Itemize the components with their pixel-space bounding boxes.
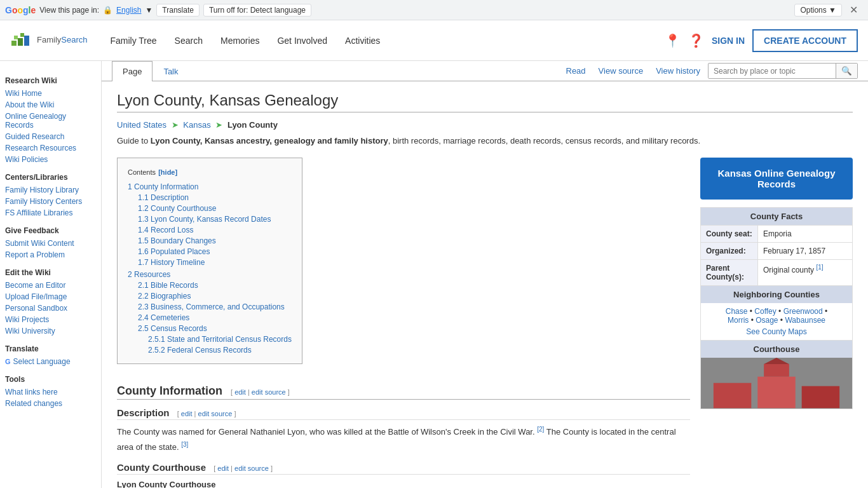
sidebar: Research Wiki Wiki Home About the Wiki O… [0,61,102,488]
sidebar-item-related-changes[interactable]: Related changes [5,398,96,409]
logo-family: Family [37,35,61,44]
toc-item-2-3[interactable]: 2.3 Business, Commerce, and Occupations [138,302,285,311]
breadcrumb-kansas[interactable]: Kansas [183,120,210,130]
toc-item-2-5-1[interactable]: 2.5.1 State and Territorial Census Recor… [148,335,292,344]
tab-page[interactable]: Page [112,61,153,81]
sidebar-item-upload-file[interactable]: Upload File/Image [5,291,96,302]
svg-rect-8 [802,386,839,409]
location-icon[interactable]: 📍 [665,33,681,48]
parent-county-row: Parent County(s): Original county [1] [701,259,852,285]
toc-item-1-2[interactable]: 1.2 County Courthouse [138,204,216,213]
wiki-search-input[interactable] [709,64,836,78]
intro-bold: Lyon County, Kansas ancestry, genealogy … [151,136,388,146]
select-language-link[interactable]: Select Language [13,356,71,367]
morris-link[interactable]: Morris [728,316,749,325]
breadcrumb-us[interactable]: United States [117,120,166,130]
toc-item-2-5[interactable]: 2.5 Census Records [138,324,207,333]
sidebar-item-wiki-university[interactable]: Wiki University [5,325,96,337]
ref-2[interactable]: [2] [537,426,544,433]
ref-3[interactable]: [3] [181,441,188,448]
see-county-maps-link[interactable]: See County Maps [706,327,847,336]
nav-memories[interactable]: Memories [213,30,267,51]
greenwood-link[interactable]: Greenwood [783,307,823,316]
toc-item-2-5-2[interactable]: 2.5.2 Federal Census Records [148,346,252,355]
toc-item-1-7[interactable]: 1.7 History Timeline [138,258,205,267]
intro-prefix: Guide to [117,136,151,146]
toc-item-1[interactable]: 1 County Information [128,182,198,191]
svg-rect-7 [757,377,795,409]
logo-search: Search [61,35,87,44]
description-edit-links: [ edit | edit source ] [177,410,236,417]
view-history-link[interactable]: View history [651,64,705,78]
help-icon[interactable]: ❓ [688,33,704,48]
translate-button[interactable]: Translate [156,4,200,17]
sidebar-item-guided-research[interactable]: Guided Research [5,131,96,142]
sidebar-item-research-resources[interactable]: Research Resources [5,142,96,154]
toc-item-2-1[interactable]: 2.1 Bible Records [138,281,198,290]
sidebar-item-fs-affiliate[interactable]: FS Affiliate Libraries [5,207,96,219]
osage-link[interactable]: Osage [756,316,778,325]
chase-link[interactable]: Chase [726,307,748,316]
toc-item-1-5[interactable]: 1.5 Boundary Changes [138,236,216,245]
content-area: Page Talk Read View source View history … [102,61,868,488]
toc-item-1-4[interactable]: 1.4 Record Loss [138,226,193,234]
nav-family-tree[interactable]: Family Tree [102,30,164,51]
courthouse-name: Lyon County Courthouse [117,478,690,488]
read-link[interactable]: Read [561,64,591,78]
sidebar-item-report-problem[interactable]: Report a Problem [5,249,96,261]
toc-item-2[interactable]: 2 Resources [128,270,170,279]
page-title: Lyon County, Kansas Genealogy [117,92,853,112]
sidebar-item-personal-sandbox[interactable]: Personal Sandbox [5,302,96,314]
logo-link[interactable]: FamilySearch [10,29,87,52]
create-account-button[interactable]: CREATE ACCOUNT [752,29,858,52]
turn-off-button[interactable]: Turn off for: Detect language [203,4,311,17]
tab-actions: Read View source View history 🔍 [561,63,858,79]
courthouse-sidebar-header: Courthouse [701,340,852,358]
sidebar-item-about-wiki[interactable]: About the Wiki [5,99,96,111]
toc-item-2-4[interactable]: 2.4 Cemeteries [138,313,189,322]
sidebar-item-wiki-policies[interactable]: Wiki Policies [5,154,96,165]
intro-text: Guide to Lyon County, Kansas ancestry, g… [117,135,853,147]
close-translate-bar-button[interactable]: ✕ [844,3,863,17]
language-link[interactable]: English [116,6,141,15]
description-edit-source-link[interactable]: edit source [198,410,233,417]
county-info-edit-source-link[interactable]: edit source [252,388,286,396]
county-seat-label: County seat: [701,226,758,242]
sidebar-item-wiki-projects[interactable]: Wiki Projects [5,314,96,325]
tab-talk[interactable]: Talk [153,61,189,81]
cta-button[interactable]: Kansas Online Genealogy Records [700,158,853,200]
nav-get-involved[interactable]: Get Involved [269,30,335,51]
nav-search[interactable]: Search [167,30,210,51]
toc-item-2-2[interactable]: 2.2 Biographies [138,292,191,301]
sign-in-link[interactable]: SIGN IN [712,36,745,46]
description-edit-link[interactable]: edit [181,410,193,417]
logo-text: FamilySearch [37,36,87,44]
view-source-link[interactable]: View source [593,64,649,78]
toc-hide-link[interactable]: [hide] [158,168,177,176]
sidebar-item-become-editor[interactable]: Become an Editor [5,280,96,291]
translate-widget: G Select Language [5,356,96,367]
courthouse-edit-link[interactable]: edit [217,464,229,472]
sidebar-item-what-links[interactable]: What links here [5,386,96,398]
translate-title: Translate [5,344,96,353]
sidebar-item-submit-wiki[interactable]: Submit Wiki Content [5,238,96,249]
toc-item-1-3[interactable]: 1.3 Lyon County, Kansas Record Dates [138,215,271,224]
sidebar-item-family-history-library[interactable]: Family History Library [5,184,96,196]
sidebar-item-online-records[interactable]: Online Genealogy Records [5,111,96,131]
nav-activities[interactable]: Activities [337,30,388,51]
site-header: FamilySearch Family Tree Search Memories… [0,20,868,61]
sidebar-item-family-history-centers[interactable]: Family History Centers [5,196,96,207]
county-seat-value: Emporia [758,226,797,242]
svg-rect-0 [11,41,17,46]
sidebar-item-wiki-home[interactable]: Wiki Home [5,88,96,99]
toc-item-1-6[interactable]: 1.6 Populated Places [138,247,210,256]
county-info-edit-link[interactable]: edit [234,388,246,396]
wabaunsee-link[interactable]: Wabaunsee [785,316,825,325]
coffey-link[interactable]: Coffey [754,307,776,316]
toc-item-1-1[interactable]: 1.1 Description [138,193,189,202]
options-button[interactable]: Options ▼ [794,4,842,17]
parent-county-ref[interactable]: [1] [816,264,823,271]
wiki-search-button[interactable]: 🔍 [836,64,857,78]
organized-value: February 17, 1857 [758,243,831,259]
courthouse-edit-source-link[interactable]: edit source [234,464,269,472]
